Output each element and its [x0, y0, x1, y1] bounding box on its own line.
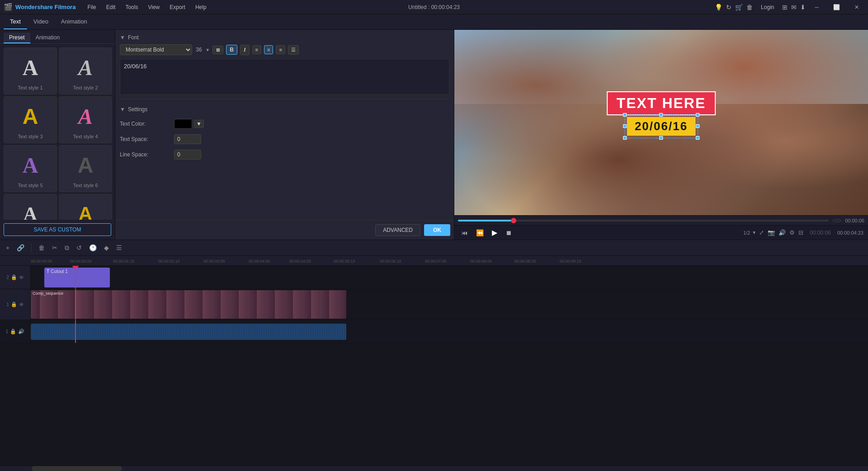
text-space-input[interactable]: [174, 134, 201, 144]
handle-rm[interactable]: [696, 124, 699, 128]
settings-label: Settings: [128, 106, 147, 113]
progress-bar[interactable]: [458, 220, 829, 221]
tick-9: 00:00:07:05: [425, 259, 447, 264]
refresh-icon[interactable]: ↻: [726, 4, 731, 11]
track-1-lock[interactable]: 🔒: [11, 301, 17, 307]
text-content-input[interactable]: 20/06/16: [120, 59, 449, 95]
center-panel: ▼ Font Montserrat Bold 36 ▼ ⊞ B I ≡ ≡: [115, 30, 454, 240]
nav-video[interactable]: Video: [27, 14, 55, 29]
scrollbar-thumb[interactable]: [32, 466, 122, 471]
menu-file[interactable]: File: [83, 2, 100, 12]
clock-button[interactable]: 🕐: [87, 243, 99, 253]
grid-icon[interactable]: ⊞: [782, 4, 788, 11]
current-time-display: 00:00:04:23: [837, 230, 863, 236]
font-section-arrow: ▼: [120, 34, 125, 41]
style-item-2[interactable]: A Text style 2: [59, 47, 112, 94]
close-button[interactable]: ✕: [849, 0, 864, 14]
columns-icon[interactable]: ⊞: [212, 46, 223, 54]
nav-text[interactable]: Text: [4, 14, 27, 29]
tab-animation[interactable]: Animation: [30, 33, 65, 43]
preset-animation-tabs: Preset Animation: [0, 30, 115, 44]
add-track-button[interactable]: +: [4, 243, 12, 253]
preview-background: TEXT HERE 20/06/16: [454, 30, 868, 215]
skip-back-button[interactable]: ⏮: [459, 228, 471, 237]
keyframe-button[interactable]: ◆: [102, 243, 111, 253]
delete-button[interactable]: 🗑: [36, 243, 47, 253]
audio-volume[interactable]: 🔊: [18, 329, 24, 334]
track-2-eye[interactable]: 👁: [19, 275, 24, 280]
timeline-cursor[interactable]: [75, 266, 76, 289]
style-item-8[interactable]: A: [59, 194, 112, 220]
minimize-button[interactable]: ─: [809, 0, 824, 14]
split-icon[interactable]: ⊟: [798, 229, 803, 236]
nav-animation[interactable]: Animation: [55, 14, 94, 29]
tab-preset[interactable]: Preset: [4, 33, 30, 43]
timeline-scrollbar[interactable]: [0, 466, 868, 471]
track-1-eye[interactable]: 👁: [19, 302, 24, 307]
settings-icon[interactable]: ⚙: [789, 229, 795, 236]
text-color-dropdown[interactable]: ▼: [194, 120, 204, 128]
text-clip-icon: T: [47, 269, 49, 274]
font-section-header[interactable]: ▼ Font: [120, 34, 449, 41]
menu-button[interactable]: ☰: [114, 243, 124, 253]
clip-label-container: T Cutout 1: [44, 268, 110, 275]
chevron-down-icon[interactable]: ▼: [205, 47, 210, 52]
menu-edit[interactable]: Edit: [102, 2, 120, 12]
mail-icon[interactable]: ✉: [791, 4, 797, 11]
handle-lm[interactable]: [623, 124, 627, 128]
style-item-1[interactable]: A Text style 1: [4, 47, 57, 94]
audio-lock[interactable]: 🔒: [10, 329, 16, 334]
track-2-lock[interactable]: 🔒: [11, 274, 17, 280]
style-item-7[interactable]: A: [4, 194, 57, 220]
snapshot-icon[interactable]: 📷: [768, 229, 775, 236]
text-clip-1[interactable]: T Cutout 1: [44, 268, 110, 287]
video-clip-pattern: [31, 290, 346, 319]
copy-button[interactable]: ⧉: [62, 243, 71, 253]
undo-button[interactable]: ↺: [74, 243, 84, 253]
stop-button[interactable]: ⏹: [503, 228, 514, 237]
advanced-button[interactable]: ADVANCED: [375, 224, 420, 236]
text-overlay-container[interactable]: TEXT HERE 20/06/16: [607, 91, 716, 136]
align-justify-button[interactable]: ☰: [288, 45, 299, 55]
style-item-3[interactable]: A Text style 3: [4, 96, 57, 143]
menu-tools[interactable]: Tools: [121, 2, 142, 12]
download-icon[interactable]: ⬇: [800, 4, 806, 11]
style-item-5[interactable]: A Text style 5: [4, 145, 57, 192]
text-color-swatch[interactable]: [174, 119, 192, 129]
menu-help[interactable]: Help: [191, 2, 211, 12]
save-as-custom-button[interactable]: SAVE AS CUSTOM: [4, 223, 111, 236]
bulb-icon[interactable]: 💡: [715, 4, 722, 11]
style-item-4[interactable]: A Text style 4: [59, 96, 112, 143]
date-overlay-wrapper: 20/06/16: [627, 117, 695, 136]
progress-fill: [458, 220, 514, 221]
font-family-select[interactable]: Montserrat Bold: [120, 44, 192, 55]
align-center-button[interactable]: ≡: [264, 45, 273, 54]
audio-clip-1[interactable]: [31, 324, 346, 340]
track-audio-header: 1 🔒 🔊: [0, 320, 31, 343]
step-back-button[interactable]: ⏪: [473, 228, 486, 237]
track-1: 1 🔒 👁 Comp_sequence: [0, 289, 868, 320]
dropdown-icon[interactable]: ▼: [752, 230, 756, 235]
cut-button[interactable]: ✂: [50, 243, 60, 253]
play-button[interactable]: ▶: [489, 227, 500, 238]
login-button[interactable]: Login: [756, 2, 778, 12]
maximize-button[interactable]: ⬜: [828, 0, 845, 14]
trash-icon[interactable]: 🗑: [746, 4, 753, 11]
settings-section-header[interactable]: ▼ Settings: [120, 106, 449, 113]
video-clip-1[interactable]: Comp_sequence: [31, 290, 346, 319]
fullscreen-icon[interactable]: ⤢: [759, 229, 764, 236]
bold-button[interactable]: B: [226, 45, 237, 55]
menu-export[interactable]: Export: [165, 2, 190, 12]
line-space-input[interactable]: [174, 150, 201, 160]
ok-button[interactable]: OK: [424, 224, 450, 236]
cart-icon[interactable]: 🛒: [735, 4, 743, 11]
align-right-button[interactable]: ≡: [276, 45, 285, 54]
panel-footer: ADVANCED OK: [115, 220, 454, 240]
link-button[interactable]: 🔗: [14, 243, 27, 253]
progress-thumb[interactable]: [511, 218, 516, 223]
menu-view[interactable]: View: [143, 2, 164, 12]
volume-icon[interactable]: 🔊: [778, 229, 786, 236]
align-left-button[interactable]: ≡: [252, 45, 261, 54]
italic-button[interactable]: I: [240, 45, 250, 55]
style-item-6[interactable]: A Text style 6: [59, 145, 112, 192]
